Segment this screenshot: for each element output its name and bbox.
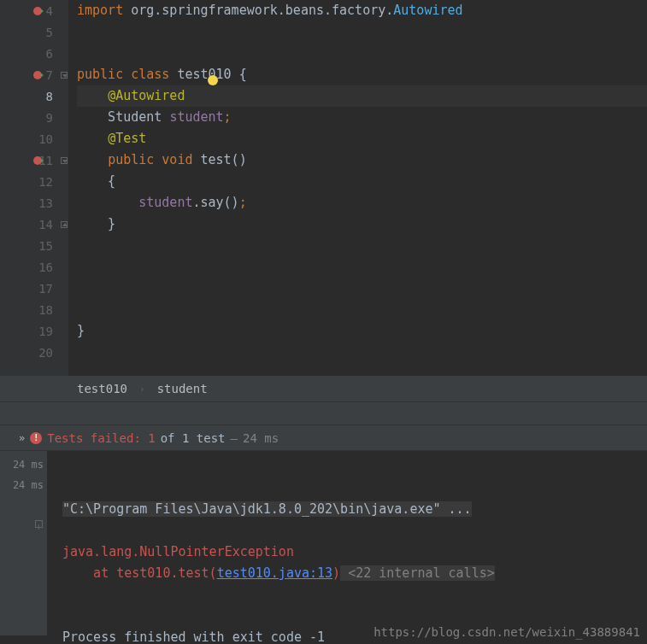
- breadcrumb-separator-icon: ›: [139, 383, 145, 395]
- code-line[interactable]: }: [77, 320, 647, 342]
- editor-gutter: 4567891011121314151617181920: [0, 0, 68, 376]
- test-time-text: 24 ms: [243, 431, 279, 445]
- intention-bulb-icon[interactable]: [208, 75, 218, 85]
- breadcrumb-field[interactable]: student: [157, 382, 208, 395]
- line-number[interactable]: 20: [0, 342, 68, 363]
- test-fail-text: Tests failed: 1: [47, 431, 155, 445]
- fold-expand-icon[interactable]: [35, 520, 43, 528]
- test-count-text: of 1 test: [161, 431, 226, 445]
- console-source-link[interactable]: test010.java:13: [217, 565, 332, 581]
- svg-marker-5: [40, 158, 44, 163]
- code-line[interactable]: }: [77, 214, 647, 235]
- line-number[interactable]: 19: [0, 320, 68, 342]
- console-exit: Process finished with exit code -1: [62, 629, 325, 644]
- code-line[interactable]: import org.springframework.beans.factory…: [77, 0, 647, 21]
- breadcrumb: test010 › student: [0, 376, 647, 401]
- code-line[interactable]: [77, 21, 647, 43]
- fold-icon[interactable]: [61, 157, 68, 164]
- line-number[interactable]: 10: [0, 128, 68, 149]
- svg-marker-1: [40, 9, 44, 14]
- code-line[interactable]: [77, 342, 647, 363]
- editor-code[interactable]: import org.springframework.beans.factory…: [68, 0, 647, 376]
- test-status-bar: » ! Tests failed: 1 of 1 test – 24 ms: [0, 425, 647, 451]
- tree-time-1[interactable]: 24 ms: [0, 475, 47, 495]
- line-number[interactable]: 12: [0, 171, 68, 192]
- fail-icon: !: [30, 432, 42, 444]
- output-gutter: 24 ms 24 ms: [0, 451, 47, 635]
- code-line[interactable]: [77, 299, 647, 320]
- line-number[interactable]: 16: [0, 256, 68, 278]
- line-number[interactable]: 7: [0, 64, 68, 85]
- watermark-text: https://blog.csdn.net/weixin_43889841: [373, 625, 640, 639]
- line-number[interactable]: 18: [0, 299, 68, 320]
- console-paren: ): [332, 565, 340, 581]
- line-number[interactable]: 11: [0, 149, 68, 171]
- line-number[interactable]: 13: [0, 192, 68, 214]
- line-number[interactable]: 8: [0, 85, 68, 107]
- code-line[interactable]: student.say();: [77, 192, 647, 214]
- run-gutter-icon[interactable]: [32, 155, 44, 167]
- test-time-dash: –: [231, 431, 238, 445]
- console-internal-calls[interactable]: <22 internal calls>: [340, 565, 495, 581]
- line-number[interactable]: 4: [0, 0, 68, 21]
- line-number[interactable]: 17: [0, 278, 68, 299]
- code-line[interactable]: [77, 278, 647, 299]
- run-gutter-icon[interactable]: [32, 69, 44, 81]
- run-toolbar: [0, 401, 647, 425]
- code-line[interactable]: [77, 43, 647, 64]
- code-line[interactable]: public void test(): [77, 149, 647, 171]
- console-output[interactable]: "C:\Program Files\Java\jdk1.8.0_202\bin\…: [47, 451, 647, 635]
- line-number[interactable]: 15: [0, 235, 68, 256]
- svg-marker-3: [40, 73, 44, 78]
- line-number[interactable]: 14: [0, 214, 68, 235]
- code-line[interactable]: [77, 256, 647, 278]
- code-line[interactable]: {: [77, 171, 647, 192]
- fold-icon[interactable]: [61, 72, 68, 79]
- run-gutter-icon[interactable]: [32, 5, 44, 17]
- line-number[interactable]: 5: [0, 21, 68, 43]
- console-at: at test010.test(: [62, 565, 217, 581]
- output-area: 24 ms 24 ms "C:\Program Files\Java\jdk1.…: [0, 451, 647, 635]
- expand-chevron-icon[interactable]: »: [19, 432, 25, 444]
- code-line[interactable]: Student student;: [77, 107, 647, 128]
- fold-icon[interactable]: [61, 221, 68, 228]
- code-line[interactable]: @Test: [77, 128, 647, 149]
- tree-time-0[interactable]: 24 ms: [0, 454, 47, 475]
- line-number[interactable]: 9: [0, 107, 68, 128]
- console-exception: java.lang.NullPointerException: [62, 544, 294, 559]
- console-cmd: "C:\Program Files\Java\jdk1.8.0_202\bin\…: [62, 501, 472, 517]
- breadcrumb-class[interactable]: test010: [77, 382, 127, 395]
- code-line[interactable]: public class test010 {: [77, 64, 647, 85]
- line-number[interactable]: 6: [0, 43, 68, 64]
- editor-area: 4567891011121314151617181920 import org.…: [0, 0, 647, 376]
- code-line[interactable]: [77, 235, 647, 256]
- code-line[interactable]: @Autowired: [77, 85, 647, 107]
